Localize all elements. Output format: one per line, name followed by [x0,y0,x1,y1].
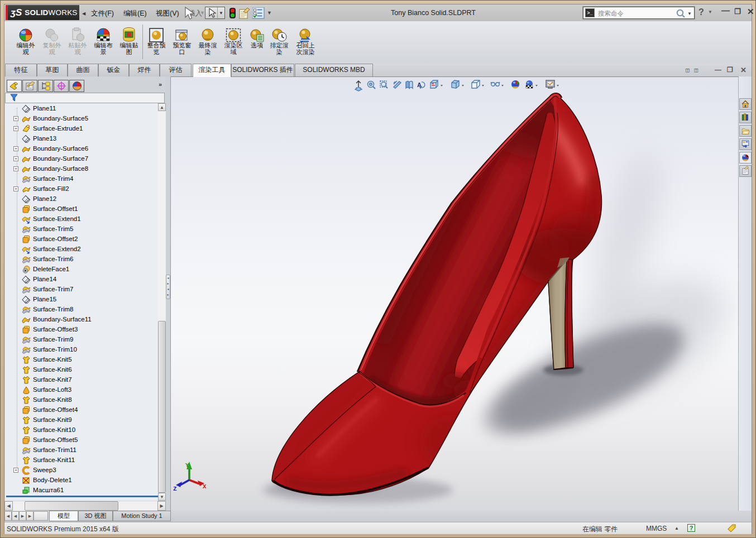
svg-text:Z: Z [173,486,177,492]
svg-text:X: X [203,483,207,490]
svg-text:Y: Y [185,462,189,469]
